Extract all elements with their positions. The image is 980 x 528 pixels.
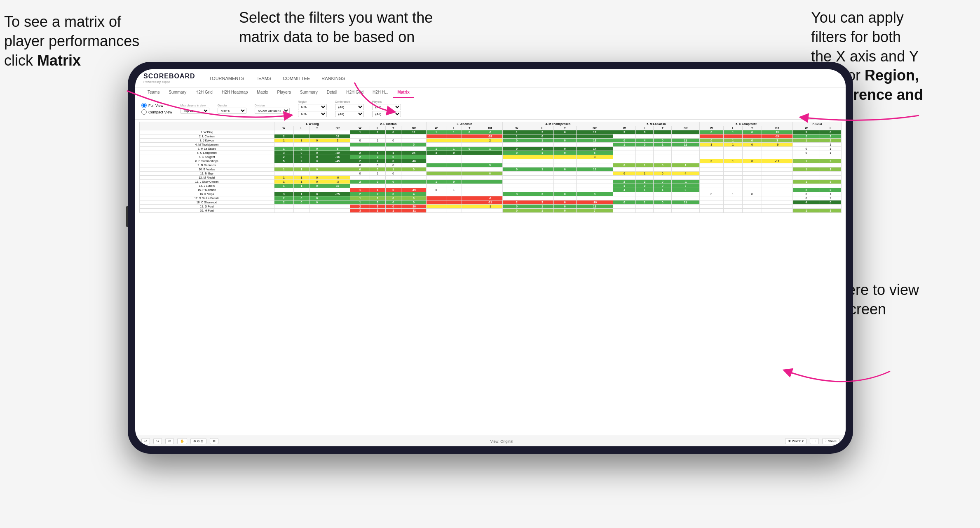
matrix-cell: 0 [309, 196, 325, 200]
sub-header-empty [140, 126, 274, 130]
tab-teams[interactable]: Teams [143, 87, 164, 98]
matrix-cell [462, 209, 477, 213]
matrix-cell [743, 155, 762, 159]
matrix-cell [762, 151, 793, 155]
matrix-cell [401, 134, 427, 139]
matrix-cell: 1 [293, 176, 309, 180]
redo-btn[interactable]: ↪ [153, 438, 162, 444]
mlasasso-w: W [613, 126, 636, 130]
matrix-cell [613, 155, 636, 159]
share-btn[interactable]: ⤴ Share [822, 438, 839, 444]
matrix-cell [446, 200, 462, 205]
matrix-cell: 3 [370, 205, 385, 209]
matrix-cell: 2 [503, 200, 531, 205]
matrix-cell [743, 163, 762, 167]
tab-h2h-h2[interactable]: H2H H... [368, 87, 392, 98]
matrix-cell: 0 [613, 172, 636, 176]
region-select-1[interactable]: N/A [298, 104, 327, 110]
col-header-7: 7. G Sa [793, 122, 842, 126]
tab-h2h-grid[interactable]: H2H Grid [191, 87, 217, 98]
division-filter: Division NCAA Division I [255, 104, 290, 114]
matrix-cell [635, 196, 654, 200]
matrix-cell: 0 [672, 188, 700, 192]
matrix-cell [325, 167, 350, 172]
players-select-2[interactable]: (All) [372, 111, 401, 117]
matrix-cell [503, 180, 531, 184]
matrix-cell [654, 147, 672, 151]
undo-btn[interactable]: ↩ [141, 438, 150, 444]
matrix-cell: 6 [325, 147, 350, 151]
region-filter: Region N/A N/A [298, 100, 327, 117]
compact-view-option[interactable]: Compact View [141, 109, 172, 115]
nav-rankings[interactable]: RANKINGS [320, 74, 347, 82]
matrix-cell [462, 205, 477, 209]
region-select-2[interactable]: N/A [298, 111, 327, 117]
matrix-cell: 0 [385, 200, 401, 205]
matrix-cell [309, 134, 325, 139]
players-select-1[interactable]: (All) [372, 104, 401, 110]
matrix-cell [699, 209, 723, 213]
refresh-btn[interactable]: ↺ [165, 438, 174, 444]
tab-h2h-heatmap[interactable]: H2H Heatmap [218, 87, 252, 98]
matrix-cell [531, 188, 553, 192]
nav-links: TOURNAMENTS TEAMS COMMITTEE RANKINGS [208, 74, 347, 82]
matrix-cell [293, 205, 309, 209]
matrix-cell [699, 176, 723, 180]
matrix-cell [672, 134, 700, 139]
matrix-cell [446, 167, 462, 172]
division-select[interactable]: NCAA Division I [255, 108, 290, 114]
matrix-cell [309, 188, 325, 192]
matrix-cell [350, 134, 370, 139]
settings-btn[interactable]: ⚙ [210, 438, 218, 444]
conference-select-2[interactable]: (All) [335, 111, 364, 117]
matrix-cell: 1 [531, 151, 553, 155]
nav-teams[interactable]: TEAMS [254, 74, 273, 82]
matrix-cell [820, 172, 841, 176]
full-view-option[interactable]: Full View [141, 103, 172, 108]
compact-view-radio[interactable] [141, 109, 147, 115]
tab-summary[interactable]: Summary [164, 87, 190, 98]
matrix-cell: 1 [274, 184, 293, 188]
screen-btn[interactable]: ⛶ [810, 438, 819, 444]
tab-h2h-grid2[interactable]: H2H Grid [342, 87, 368, 98]
zoom-controls[interactable]: ⊕ ⊖ ⊞ [190, 438, 206, 444]
matrix-cell: 0 [385, 188, 401, 192]
matrix-cell: 3 [370, 209, 385, 213]
max-players-select[interactable]: Top 25 [181, 108, 209, 114]
tab-matrix[interactable]: Matrix [253, 87, 272, 98]
matrix-cell [553, 176, 576, 180]
matrix-cell [325, 200, 350, 205]
conference-select-1[interactable]: (All) [335, 104, 364, 110]
matrix-cell [553, 155, 576, 159]
matrix-cell [477, 188, 503, 192]
matrix-cell [274, 130, 293, 134]
tab-summary2[interactable]: Summary [296, 87, 322, 98]
matrix-cell: 1 [274, 176, 293, 180]
matrix-cell: 1 [385, 167, 401, 172]
matrix-cell [503, 184, 531, 188]
full-view-radio[interactable] [141, 103, 147, 108]
gender-select[interactable]: Men's [218, 108, 246, 114]
matrix-cell: 0 [793, 196, 820, 200]
matrix-cell: 0 [654, 172, 672, 176]
matrix-cell: 1 [350, 196, 370, 200]
matrix-cell [427, 196, 446, 200]
matrix-cell [820, 163, 841, 167]
matrix-cell: 0 [635, 184, 654, 188]
matrix-cell [654, 167, 672, 172]
row-label: 3. J Koivun [140, 139, 274, 143]
matrix-cell: 1 [672, 163, 700, 167]
matrix-cell: 4 [635, 139, 654, 143]
matrix-cell [503, 143, 531, 147]
nav-committee[interactable]: COMMITTEE [281, 74, 312, 82]
matrix-cell [503, 172, 531, 176]
watch-btn[interactable]: 👁 Watch ▾ [785, 438, 807, 444]
tab-players[interactable]: Players [273, 87, 295, 98]
matrix-cell [553, 196, 576, 200]
hand-btn[interactable]: ✋ [177, 438, 187, 444]
nav-tournaments[interactable]: TOURNAMENTS [208, 74, 246, 82]
matrix-cell [672, 176, 700, 180]
tab-matrix-active[interactable]: Matrix [393, 87, 413, 98]
tab-detail[interactable]: Detail [323, 87, 342, 98]
row-label: 2. L Clanton [140, 134, 274, 139]
